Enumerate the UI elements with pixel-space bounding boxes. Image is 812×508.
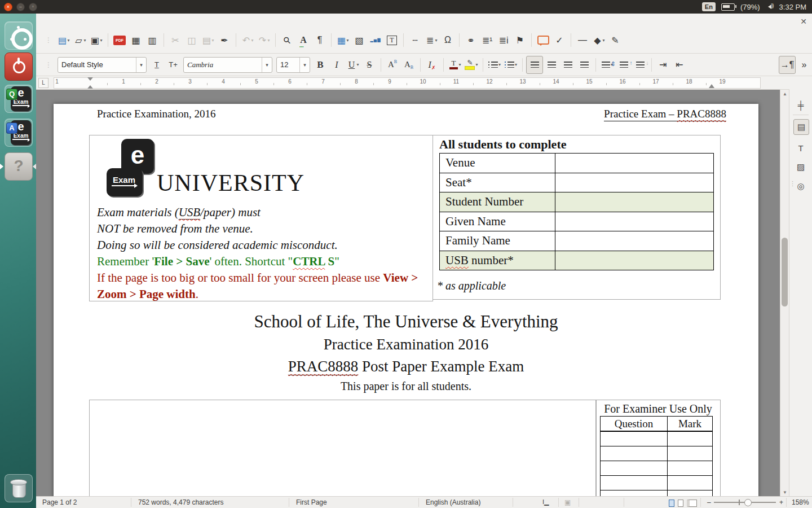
clone-formatting-button[interactable]: ✒ [217, 32, 232, 49]
dropdown-arrow-icon[interactable]: ▾ [346, 38, 348, 43]
row-value-cell[interactable] [555, 154, 714, 173]
page-break-button[interactable]: ┄ [407, 32, 423, 49]
horizontal-ruler[interactable]: L 112345678910111213141516171819 [36, 76, 789, 90]
question-cell[interactable] [601, 461, 668, 476]
dropdown-arrow-icon[interactable]: ▾ [67, 38, 69, 43]
power-button[interactable] [5, 52, 33, 81]
tab-type-selector[interactable]: L [38, 78, 48, 88]
special-character-button[interactable]: Ω [440, 32, 456, 49]
keyboard-layout-indicator[interactable]: En [702, 2, 716, 11]
increase-indent-button[interactable]: ⇥ [655, 56, 671, 73]
dropdown-arrow-icon[interactable]: ▾ [458, 62, 461, 67]
new-document-button[interactable]: ▤ ▾ [56, 32, 72, 49]
draw-functions-button[interactable]: ✎ [607, 32, 623, 49]
sidebar-styles-deck-button[interactable]: T [793, 141, 808, 155]
cut-button[interactable]: ✂ [167, 32, 183, 49]
para-space-increase-button[interactable] [616, 56, 632, 73]
mark-cell[interactable] [668, 431, 713, 446]
line-spacing-button[interactable]: ▾ [599, 56, 615, 73]
formatting-marks-button[interactable]: ¶ [312, 32, 328, 49]
strikethrough-button[interactable]: S [361, 56, 377, 73]
vertical-scrollbar[interactable]: ▲ ▼ [780, 90, 789, 497]
insert-textbox-button[interactable]: T [384, 32, 400, 49]
subscript-button[interactable]: A [401, 56, 417, 73]
close-document-button[interactable]: ✕ [800, 17, 807, 25]
window-minimize-button[interactable]: – [16, 3, 25, 11]
dropdown-arrow-icon[interactable]: ▾ [356, 62, 359, 67]
ltr-direction-button[interactable]: →¶ [779, 56, 796, 74]
save-button[interactable]: ▣ ▾ [89, 32, 104, 49]
insert-bookmark-button[interactable]: ⚑ [512, 32, 528, 49]
single-page-view-button[interactable] [669, 500, 674, 507]
print-preview-button[interactable]: ▥ [144, 32, 160, 49]
clock[interactable]: 3:32 PM [779, 3, 806, 11]
row-value-cell[interactable] [555, 192, 714, 212]
horizontal-line-button[interactable]: — [575, 32, 590, 49]
track-changes-button[interactable]: ✓ [551, 32, 567, 49]
underline-button[interactable]: U ▾ [345, 56, 361, 73]
font-size-combo[interactable]: 12 [276, 57, 310, 73]
new-style-button[interactable]: T+ [165, 56, 181, 73]
dropdown-arrow-icon[interactable]: ▾ [515, 62, 517, 67]
zoom-slider-thumb[interactable] [744, 499, 752, 506]
page-style[interactable]: First Page [296, 498, 327, 506]
word-count[interactable]: 752 words, 4,479 characters [138, 498, 223, 506]
combo-dropdown-icon[interactable] [299, 58, 310, 72]
scrollbar-thumb[interactable] [782, 238, 788, 306]
multi-page-view-button[interactable] [678, 500, 683, 507]
insert-image-button[interactable]: ▧ [351, 32, 367, 49]
insert-hyperlink-button[interactable]: ⚭ [463, 32, 479, 49]
help-app-button[interactable]: ? [5, 152, 33, 181]
font-color-button[interactable]: T ▾ [447, 56, 463, 73]
window-maximize-button[interactable]: ▫ [29, 3, 37, 11]
undo-button[interactable]: ↶ ▾ [240, 32, 255, 49]
redo-button[interactable]: ↷ ▾ [256, 32, 272, 49]
spelling-button[interactable]: A [295, 32, 311, 49]
zoom-percent[interactable]: 158% [792, 498, 809, 506]
sidebar-navigator-deck-button[interactable]: ◎ [793, 179, 808, 194]
sidebar-gallery-deck-button[interactable]: ▨ [793, 160, 808, 174]
bullet-list-button[interactable]: ▾ [487, 56, 502, 73]
export-pdf-button[interactable]: PDF [112, 32, 127, 49]
dropdown-arrow-icon[interactable]: ▾ [83, 38, 86, 43]
students-table[interactable]: Venue Seat* Student Number Given Name [439, 153, 714, 270]
align-right-button[interactable] [560, 56, 576, 73]
dropdown-arrow-icon[interactable]: ▾ [267, 38, 270, 43]
bold-button[interactable]: B [312, 56, 328, 73]
clear-formatting-button[interactable]: I [424, 56, 440, 73]
font-name-combo[interactable]: Cambria [183, 57, 272, 73]
question-cell[interactable] [601, 446, 668, 461]
insert-mode-icon[interactable]: I▁ [542, 498, 549, 506]
find-replace-button[interactable]: ⚲ [279, 32, 295, 49]
basic-shapes-button[interactable]: ◆ ▾ [591, 32, 607, 49]
toolbar-overflow-button[interactable]: » [796, 56, 812, 73]
dropdown-arrow-icon[interactable]: ▾ [475, 62, 478, 67]
paste-button[interactable]: ▤ ▾ [200, 32, 216, 49]
right-indent-marker[interactable] [709, 81, 714, 88]
insert-field-button[interactable]: ≣ ▾ [423, 32, 439, 49]
paragraph-style-combo[interactable]: Default Style [58, 57, 147, 73]
align-justify-button[interactable] [576, 56, 592, 73]
combo-dropdown-icon[interactable] [136, 58, 146, 72]
decrease-indent-button[interactable]: ⇤ [672, 56, 687, 73]
row-value-cell[interactable] [555, 231, 714, 251]
row-value-cell[interactable] [555, 251, 714, 270]
document-view[interactable]: Practice Examination, 2016 Practice Exam… [36, 90, 780, 497]
left-indent-marker[interactable] [87, 82, 93, 89]
sidebar-settings-button[interactable]: ╪ [793, 98, 808, 112]
dropdown-arrow-icon[interactable]: ▾ [100, 38, 102, 43]
numbered-list-button[interactable]: ▾ [503, 56, 519, 73]
italic-button[interactable]: I [329, 56, 345, 73]
dropdown-arrow-icon[interactable]: ▾ [602, 38, 604, 43]
document-page[interactable]: Practice Examination, 2016 Practice Exam… [54, 104, 758, 497]
battery-icon[interactable] [721, 3, 735, 11]
sidebar-page-deck-button[interactable]: ▤ [793, 119, 809, 135]
document-modified-icon[interactable]: ▣ [564, 498, 571, 506]
window-close-button[interactable]: × [4, 3, 12, 11]
examiner-table[interactable]: Question Mark [600, 416, 713, 497]
row-value-cell[interactable] [555, 173, 714, 192]
mark-cell[interactable] [668, 446, 713, 461]
insert-chart-button[interactable]: ▂▅▇ [368, 32, 383, 49]
superscript-button[interactable]: A [385, 56, 400, 73]
insert-endnote-button[interactable]: ≣i [496, 32, 511, 49]
